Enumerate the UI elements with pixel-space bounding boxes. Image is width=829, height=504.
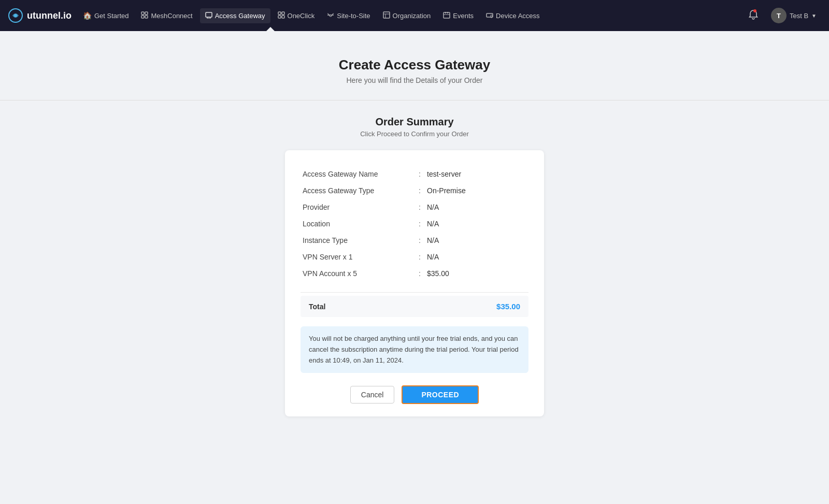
active-nav-arrow: [266, 27, 275, 31]
section-title: Order Summary: [244, 116, 585, 128]
field-label-gateway-name: Access Gateway Name: [301, 166, 414, 182]
user-name: Test B: [790, 12, 808, 20]
field-label-vpn-account: VPN Account x 5: [301, 265, 414, 282]
oneclick-icon: [278, 11, 285, 20]
trial-notice-text: You will not be charged anything until y…: [309, 335, 519, 364]
nav-label-get-started: Get Started: [94, 12, 128, 20]
page-subtitle: Here you will find the Details of your O…: [10, 76, 819, 84]
proceed-button[interactable]: PROCEED: [402, 385, 479, 404]
site-to-site-icon: [327, 11, 334, 20]
brand-name: utunnel.io: [27, 10, 72, 21]
field-value-location: N/A: [425, 215, 528, 232]
section-subtitle: Click Proceed to Confirm your Order: [244, 130, 585, 138]
field-label-gateway-type: Access Gateway Type: [301, 182, 414, 199]
field-value-provider: N/A: [425, 199, 528, 215]
brand-logo[interactable]: utunnel.io: [8, 8, 72, 23]
table-row: Access Gateway Name : test-server: [301, 166, 528, 182]
mesh-icon: [141, 11, 148, 20]
field-value-instance-type: N/A: [425, 232, 528, 249]
nav-item-access-gateway[interactable]: Access Gateway: [200, 8, 270, 23]
field-value-vpn-server: N/A: [425, 249, 528, 265]
nav-label-access-gateway: Access Gateway: [215, 12, 265, 20]
svg-rect-10: [282, 16, 284, 18]
order-card: Access Gateway Name : test-server Access…: [285, 150, 544, 416]
field-label-instance-type: Instance Type: [301, 232, 414, 249]
events-icon: [443, 11, 450, 20]
nav-label-one-click: OneClick: [288, 12, 315, 20]
device-access-icon: [486, 11, 493, 20]
page-header: Create Access Gateway Here you will find…: [0, 31, 829, 100]
svg-rect-9: [278, 16, 281, 18]
chevron-down-icon: ▼: [811, 13, 817, 19]
main-content: Order Summary Click Proceed to Confirm y…: [233, 116, 596, 448]
nav-item-get-started[interactable]: 🏠 Get Started: [78, 8, 134, 23]
nav-item-site-to-site[interactable]: Site-to-Site: [322, 8, 375, 23]
nav-item-device-access[interactable]: Device Access: [481, 8, 545, 23]
table-row: Provider : N/A: [301, 199, 528, 215]
field-value-vpn-account: $35.00: [425, 265, 528, 282]
nav-label-events: Events: [453, 12, 474, 20]
svg-rect-11: [383, 12, 390, 18]
table-row: Access Gateway Type : On-Premise: [301, 182, 528, 199]
home-icon: 🏠: [83, 11, 92, 20]
svg-rect-6: [206, 12, 212, 17]
svg-point-1: [14, 14, 17, 17]
table-row: VPN Server x 1 : N/A: [301, 249, 528, 265]
field-value-gateway-name: test-server: [425, 166, 528, 182]
nav-item-mesh-connect[interactable]: MeshConnect: [136, 8, 197, 23]
navbar: utunnel.io 🏠 Get Started MeshConnect Acc…: [0, 0, 829, 31]
svg-point-20: [753, 9, 756, 12]
total-label: Total: [309, 303, 325, 311]
field-value-gateway-type: On-Premise: [425, 182, 528, 199]
nav-right: T Test B ▼: [744, 6, 821, 25]
nav-label-organization: Organization: [393, 12, 431, 20]
nav-item-organization[interactable]: Organization: [378, 8, 436, 23]
cancel-button[interactable]: Cancel: [350, 386, 395, 404]
nav-item-events[interactable]: Events: [438, 8, 479, 23]
svg-rect-7: [278, 12, 281, 15]
table-row: VPN Account x 5 : $35.00: [301, 265, 528, 282]
table-row: Instance Type : N/A: [301, 232, 528, 249]
avatar: T: [771, 8, 787, 23]
field-label-location: Location: [301, 215, 414, 232]
svg-rect-14: [444, 12, 450, 18]
nav-label-device-access: Device Access: [496, 12, 540, 20]
field-label-vpn-server: VPN Server x 1: [301, 249, 414, 265]
button-row: Cancel PROCEED: [301, 385, 528, 404]
user-menu[interactable]: T Test B ▼: [767, 6, 821, 25]
order-divider: [301, 292, 528, 293]
total-row: Total $35.00: [301, 296, 528, 317]
svg-rect-8: [282, 12, 284, 15]
field-label-provider: Provider: [301, 199, 414, 215]
notification-bell[interactable]: [744, 7, 763, 24]
svg-rect-4: [141, 16, 144, 18]
header-divider: [0, 100, 829, 100]
organization-icon: [383, 11, 390, 20]
nav-label-mesh-connect: MeshConnect: [151, 12, 192, 20]
svg-rect-5: [145, 16, 148, 18]
table-row: Location : N/A: [301, 215, 528, 232]
page-title: Create Access Gateway: [10, 57, 819, 73]
order-table: Access Gateway Name : test-server Access…: [301, 166, 528, 282]
trial-notice: You will not be charged anything until y…: [301, 326, 528, 373]
total-amount: $35.00: [496, 302, 520, 311]
svg-rect-2: [141, 12, 144, 15]
svg-rect-3: [145, 12, 148, 15]
access-gateway-icon: [205, 11, 212, 20]
nav-item-one-click[interactable]: OneClick: [273, 8, 320, 23]
nav-label-site-to-site: Site-to-Site: [337, 12, 370, 20]
